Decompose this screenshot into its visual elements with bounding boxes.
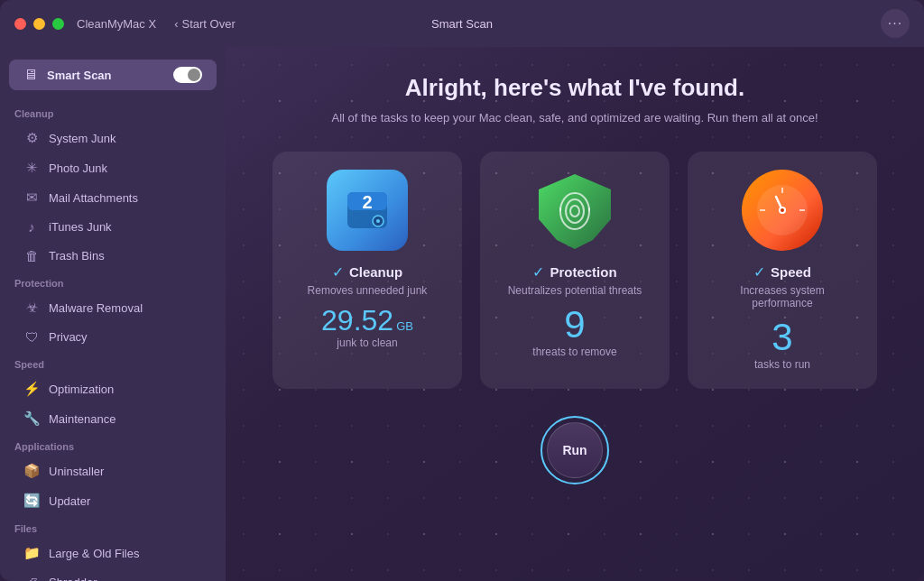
sidebar-item-label: Trash Bins	[49, 249, 105, 263]
sidebar-item-label: iTunes Junk	[49, 220, 112, 234]
sidebar-item-label: Optimization	[49, 383, 114, 396]
speed-sublabel: tasks to run	[754, 358, 810, 371]
shield-svg	[534, 170, 615, 251]
photo-icon: ✳	[23, 160, 40, 176]
sidebar-item-shredder[interactable]: 🖨 Shredder	[9, 568, 217, 581]
folder-icon: 📁	[23, 545, 40, 561]
music-icon: ♪	[23, 219, 40, 235]
sidebar-item-photo-junk[interactable]: ✳ Photo Junk	[9, 153, 217, 182]
sidebar-item-uninstaller[interactable]: 📦 Uninstaller	[9, 456, 217, 485]
content-area: Alright, here's what I've found. All of …	[226, 47, 924, 581]
sidebar-item-smart-scan[interactable]: 🖥 Smart Scan	[9, 60, 217, 90]
cleanup-sublabel: junk to clean	[337, 337, 397, 349]
sidebar-item-label: Malware Removal	[49, 301, 143, 315]
section-label-files: Files	[0, 516, 226, 538]
section-label-applications: Applications	[0, 434, 226, 456]
cleanup-icon: 2	[327, 170, 408, 251]
trash-icon: 🗑	[23, 248, 40, 263]
biohazard-icon: ☣	[23, 300, 40, 316]
svg-text:2: 2	[362, 192, 372, 212]
speed-number: 3	[772, 316, 792, 358]
wrench-icon: 🔧	[23, 410, 40, 427]
section-label-cleanup: Cleanup	[0, 101, 226, 123]
card-protection: ✓ Protection Neutralizes potential threa…	[480, 152, 670, 389]
protection-number: 9	[564, 303, 585, 346]
card-protection-desc: Neutralizes potential threats	[508, 284, 642, 297]
privacy-icon: 🛡	[23, 329, 40, 345]
card-cleanup-desc: Removes unneeded junk	[308, 284, 428, 297]
sidebar-item-mail-attachments[interactable]: ✉ Mail Attachments	[9, 183, 217, 212]
sidebar-item-large-old-files[interactable]: 📁 Large & Old Files	[9, 539, 217, 567]
optimization-icon: ⚡	[23, 381, 40, 397]
sidebar-section-speed: Speed ⚡ Optimization 🔧 Maintenance	[0, 352, 226, 433]
content-title: Alright, here's what I've found.	[405, 74, 744, 102]
card-speed-desc: Increases system performance	[709, 284, 855, 309]
sidebar-section-files: Files 📁 Large & Old Files 🖨 Shredder	[0, 516, 226, 581]
cleanup-number: 29.52	[321, 306, 393, 335]
check-icon: ✓	[332, 263, 344, 281]
protection-icon	[534, 170, 615, 251]
card-cleanup-value: 29.52 GB	[321, 306, 413, 335]
sidebar-item-label: Updater	[49, 494, 90, 508]
svg-marker-5	[539, 174, 611, 249]
card-speed-title: Speed	[771, 264, 811, 280]
titlebar: CleanMyMac X ‹ Start Over Smart Scan ···	[0, 0, 924, 47]
hdd-svg: 2	[340, 183, 394, 237]
traffic-lights	[14, 18, 64, 30]
sidebar-item-label: Privacy	[49, 330, 88, 344]
cards-container: 2 ✓ Cleanup Removes unneeded junk 29.52 …	[262, 152, 888, 389]
sidebar-section-applications: Applications 📦 Uninstaller 🔄 Updater	[0, 434, 226, 515]
sidebar-item-trash-bins[interactable]: 🗑 Trash Bins	[9, 242, 217, 270]
sidebar-item-label: Photo Junk	[49, 161, 107, 175]
sidebar-item-label: System Junk	[49, 132, 116, 145]
mail-icon: ✉	[23, 189, 40, 206]
back-button[interactable]: ‹ Start Over	[174, 17, 236, 31]
sidebar-item-itunes-junk[interactable]: ♪ iTunes Junk	[9, 213, 217, 241]
sidebar-section-protection: Protection ☣ Malware Removal 🛡 Privacy	[0, 271, 226, 351]
monitor-icon: 🖥	[23, 67, 38, 83]
gear-icon: ⚙	[23, 130, 40, 146]
card-protection-title: Protection	[550, 264, 616, 280]
sidebar-item-label: Large & Old Files	[49, 547, 139, 560]
card-speed: ✓ Speed Increases system performance 3 t…	[688, 152, 877, 389]
card-protection-heading: ✓ Protection	[532, 263, 616, 281]
window-title: Smart Scan	[431, 17, 493, 31]
card-cleanup-title: Cleanup	[349, 264, 402, 280]
speedometer-svg	[751, 179, 814, 242]
check-icon: ✓	[532, 263, 544, 281]
sidebar-item-label: Shredder	[49, 576, 97, 581]
sidebar: 🖥 Smart Scan Cleanup ⚙ System Junk ✳ Pho…	[0, 47, 226, 581]
protection-sublabel: threats to remove	[532, 346, 616, 358]
svg-point-4	[376, 219, 380, 223]
sidebar-item-privacy[interactable]: 🛡 Privacy	[9, 323, 217, 351]
sidebar-item-label: Uninstaller	[49, 465, 104, 478]
maximize-button[interactable]	[52, 18, 64, 30]
shredder-icon: 🖨	[23, 575, 40, 581]
chevron-left-icon: ‹	[174, 17, 178, 31]
main-layout: 🖥 Smart Scan Cleanup ⚙ System Junk ✳ Pho…	[0, 47, 924, 581]
speed-icon	[742, 170, 823, 251]
sidebar-item-updater[interactable]: 🔄 Updater	[9, 486, 217, 515]
run-button[interactable]: Run	[547, 422, 603, 478]
card-protection-value: 9	[564, 306, 585, 344]
minimize-button[interactable]	[33, 18, 45, 30]
cleanup-unit: GB	[396, 319, 413, 333]
close-button[interactable]	[14, 18, 26, 30]
card-speed-heading: ✓ Speed	[753, 263, 811, 281]
card-speed-value: 3	[772, 318, 792, 356]
sidebar-item-label: Maintenance	[49, 412, 116, 426]
smart-scan-label: Smart Scan	[47, 69, 173, 82]
sidebar-item-maintenance[interactable]: 🔧 Maintenance	[9, 404, 217, 433]
card-cleanup: 2 ✓ Cleanup Removes unneeded junk 29.52 …	[273, 152, 462, 389]
sidebar-item-malware-removal[interactable]: ☣ Malware Removal	[9, 293, 217, 322]
updater-icon: 🔄	[23, 493, 40, 509]
sidebar-item-system-junk[interactable]: ⚙ System Junk	[9, 124, 217, 152]
uninstaller-icon: 📦	[23, 463, 40, 479]
content-subtitle: All of the tasks to keep your Mac clean,…	[331, 111, 818, 124]
app-title: CleanMyMac X	[77, 17, 156, 31]
more-button[interactable]: ···	[881, 9, 910, 38]
svg-point-17	[781, 208, 784, 212]
sidebar-item-optimization[interactable]: ⚡ Optimization	[9, 374, 217, 403]
smart-scan-toggle[interactable]	[173, 67, 202, 83]
run-button-ring: Run	[541, 416, 609, 484]
